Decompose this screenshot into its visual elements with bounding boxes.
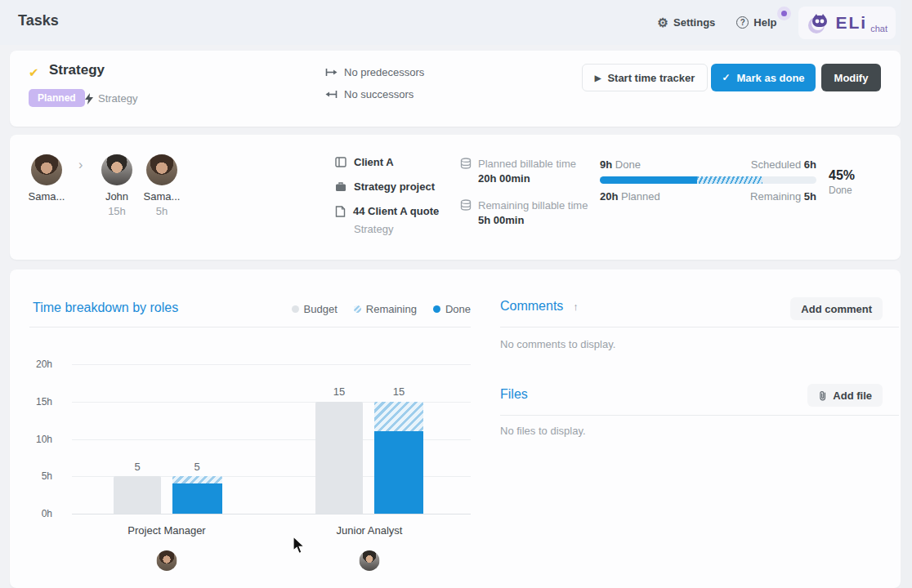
files-title: Files xyxy=(500,387,528,402)
assignee-name: Sama... xyxy=(23,190,70,203)
help-icon: ? xyxy=(736,16,749,29)
progress-remaining-text: Remaining 5h xyxy=(710,190,816,203)
eli-mascot-icon xyxy=(807,11,831,35)
bar-value-label: 15 xyxy=(333,385,345,398)
divider xyxy=(500,415,899,416)
start-time-tracker-label: Start time tracker xyxy=(607,72,695,84)
remaining-billable-label: Remaining billable time xyxy=(478,199,588,212)
bar-value-label: 5 xyxy=(134,461,140,473)
task-check-icon[interactable]: ✔ xyxy=(29,65,39,80)
y-tick: 15h xyxy=(20,396,52,408)
chart-title: Time breakdown by roles xyxy=(33,301,178,315)
predecessors-row: No predecessors xyxy=(325,66,424,78)
budget-dot-icon xyxy=(292,305,299,313)
bolt-icon xyxy=(85,93,93,105)
chart-legend: Budget Remaining Done xyxy=(279,303,471,315)
add-file-button[interactable]: Add file xyxy=(807,384,883,407)
bar-value-label: 15 xyxy=(393,385,405,398)
task-title: Strategy xyxy=(49,62,105,78)
y-tick: 0h xyxy=(20,508,52,519)
legend-budget[interactable]: Budget xyxy=(292,303,338,315)
comments-empty-text: No comments to display. xyxy=(500,338,615,350)
y-tick: 10h xyxy=(20,434,52,445)
segment-done xyxy=(374,431,423,514)
legend-remaining[interactable]: Remaining xyxy=(354,303,417,315)
avatar-project-manager[interactable] xyxy=(157,550,177,571)
mark-as-done-label: Mark as done xyxy=(736,72,804,84)
divider xyxy=(500,327,899,327)
add-comment-button[interactable]: Add comment xyxy=(790,297,883,320)
help-button[interactable]: ? Help xyxy=(736,16,776,29)
client-icon xyxy=(335,157,346,167)
bar-budget-junior-analyst xyxy=(315,402,363,514)
eli-logo-suffix: chat xyxy=(870,24,887,35)
progress-percent-label: Done xyxy=(829,185,852,196)
settings-label: Settings xyxy=(673,16,715,29)
successors-label: No successors xyxy=(344,88,414,100)
details-card: Time breakdown by roles Budget Remaining… xyxy=(10,270,901,588)
quote-name[interactable]: 44 Client A quote xyxy=(353,205,439,217)
bar-budget-project-manager xyxy=(114,476,161,514)
top-bar: Tasks ⚙ Settings ? Help ELi xyxy=(0,0,912,45)
avatar-samantha[interactable] xyxy=(146,154,177,185)
check-icon: ✓ xyxy=(722,72,730,83)
project-name[interactable]: Strategy project xyxy=(354,180,435,193)
avatar-junior-analyst[interactable] xyxy=(360,550,380,571)
comments-title: Comments↑ xyxy=(500,299,579,314)
y-tick: 20h xyxy=(20,359,52,370)
settings-button[interactable]: ⚙ Settings xyxy=(658,16,716,30)
quote-document-icon xyxy=(335,206,346,217)
modify-button[interactable]: Modify xyxy=(821,64,881,91)
bar-chart-plot: 5 5 15 15 xyxy=(72,364,471,514)
eli-chat-logo[interactable]: ELi chat xyxy=(798,7,896,39)
progress-done-text: 9h Done xyxy=(600,158,641,171)
modify-label: Modify xyxy=(834,72,869,84)
y-tick: 5h xyxy=(20,470,52,482)
scrollbar-track[interactable] xyxy=(901,0,912,588)
bar-value-label: 5 xyxy=(194,461,199,473)
planned-billable-label: Planned billable time xyxy=(478,158,576,170)
predecessors-label: No predecessors xyxy=(344,66,424,78)
start-time-tracker-button[interactable]: ▶ Start time tracker xyxy=(582,64,708,91)
category-label-project-manager: Project Manager xyxy=(127,524,205,537)
coins-icon xyxy=(460,199,472,211)
avatar-john[interactable] xyxy=(101,154,132,185)
progress-bar-done-segment xyxy=(600,176,697,184)
task-overview-card: Sama... › John 15h Sama... 5h Client A S… xyxy=(10,135,901,260)
status-badge: Planned xyxy=(29,89,85,107)
assignee-hours: 5h xyxy=(138,205,186,217)
successors-row: No successors xyxy=(325,88,414,100)
divider xyxy=(29,327,471,327)
category-label-junior-analyst: Junior Analyst xyxy=(337,524,403,537)
gear-icon: ⚙ xyxy=(658,16,668,30)
page-title: Tasks xyxy=(18,12,59,29)
segment-done xyxy=(172,483,222,514)
successor-icon xyxy=(325,90,338,99)
task-type-label: Strategy xyxy=(98,92,137,105)
files-empty-text: No files to display. xyxy=(500,425,586,437)
planned-billable-value: 20h 00min xyxy=(478,172,530,185)
client-name[interactable]: Client A xyxy=(354,156,394,168)
progress-percent: 45% xyxy=(829,168,855,183)
sort-arrow-icon[interactable]: ↑ xyxy=(573,301,579,313)
segment-remaining xyxy=(374,402,423,432)
progress-planned-text: 20h Planned xyxy=(600,190,660,203)
paperclip-icon xyxy=(818,390,828,401)
coins-icon xyxy=(460,158,472,169)
remaining-dot-icon xyxy=(354,305,361,313)
progress-bar-scheduled-segment xyxy=(697,176,762,184)
bar-actual-project-manager xyxy=(172,364,222,514)
avatar-owner[interactable] xyxy=(31,154,62,185)
play-icon: ▶ xyxy=(595,74,601,82)
predecessor-icon xyxy=(325,68,338,77)
help-label: Help xyxy=(753,16,776,29)
progress-bar xyxy=(600,176,816,184)
eli-logo-text: ELi xyxy=(836,13,868,33)
legend-done[interactable]: Done xyxy=(433,303,471,315)
briefcase-icon xyxy=(335,181,346,192)
chevron-right-icon[interactable]: › xyxy=(78,158,83,172)
assignee-name: John xyxy=(93,190,141,203)
assignee-hours: 15h xyxy=(93,205,141,217)
mark-as-done-button[interactable]: ✓ Mark as done xyxy=(711,64,816,91)
segment-remaining xyxy=(172,476,222,483)
